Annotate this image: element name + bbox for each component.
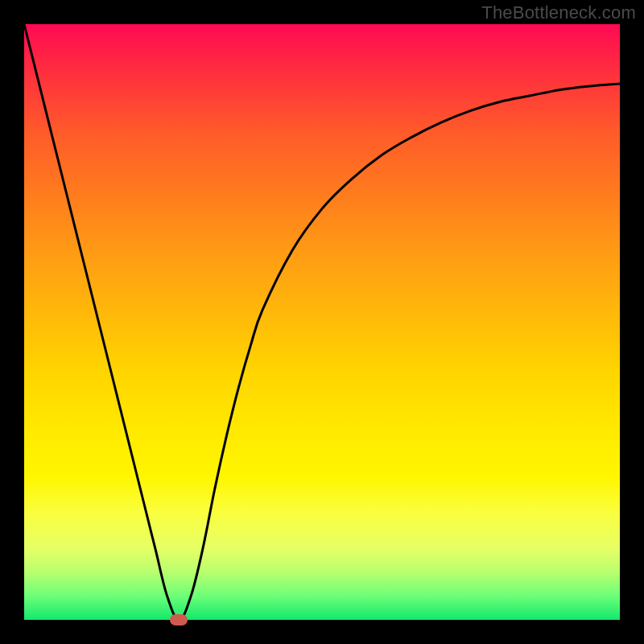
minimum-marker bbox=[170, 614, 188, 625]
watermark-text: TheBottleneck.com bbox=[481, 2, 636, 23]
bottleneck-curve bbox=[24, 24, 620, 620]
chart-frame: TheBottleneck.com bbox=[0, 0, 644, 644]
plot-area bbox=[24, 24, 620, 620]
